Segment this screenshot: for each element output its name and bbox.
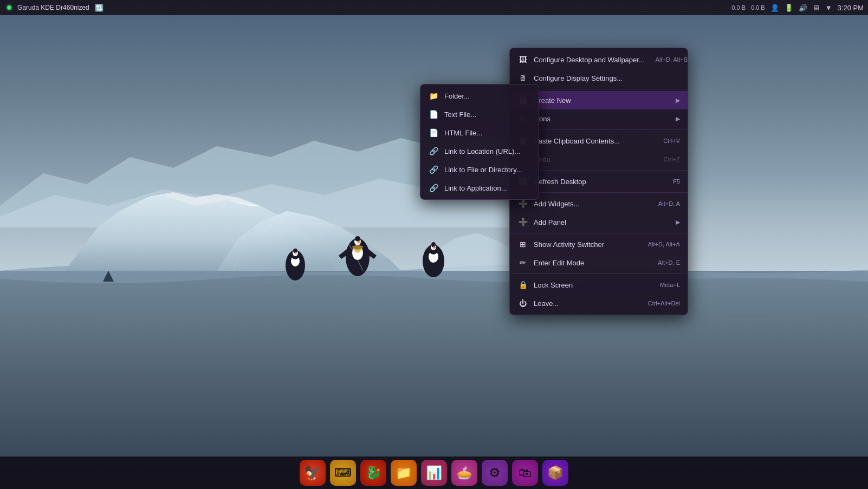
- taskbar: 🦅 ⌨ 🐉 📁 📊 🥧 ⚙ 🛍 📦: [0, 457, 868, 489]
- leave-icon: ⏻: [517, 298, 528, 309]
- link-url-label: Link to Location (URL)...: [444, 147, 531, 155]
- store-icon: 🛍: [519, 465, 532, 480]
- topbar-left: Garuda KDE Dr460nized 🔃: [4, 3, 103, 12]
- separator-5: [510, 233, 688, 233]
- paste-label: Paste Clipboard Contents...: [534, 137, 652, 145]
- edit-mode-shortcut: Alt+D, E: [658, 259, 680, 266]
- menu-item-activity-switcher[interactable]: ⊞ Show Activity Switcher Alt+D, Alt+A: [510, 235, 688, 253]
- dock-item-terminal[interactable]: ⌨: [330, 460, 356, 486]
- leave-label: Leave...: [534, 299, 637, 308]
- folder-label: Folder...: [444, 92, 531, 100]
- menu-item-leave[interactable]: ⏻ Leave... Ctrl+Alt+Del: [510, 294, 688, 312]
- link-url-icon: 🔗: [428, 146, 439, 157]
- submenu-item-link-app[interactable]: 🔗 Link to Application...: [420, 179, 539, 197]
- create-new-arrow: ▶: [676, 97, 680, 104]
- icons-arrow: ▶: [676, 115, 680, 122]
- link-file-label: Link to File or Directory...: [444, 166, 531, 174]
- activity-switcher-icon: ⊞: [517, 239, 528, 250]
- text-file-label: Text File...: [444, 110, 531, 119]
- submenu-item-text-file[interactable]: 📄 Text File...: [420, 105, 539, 123]
- menu-item-add-panel[interactable]: ➕ Add Panel ▶: [510, 213, 688, 231]
- dock-item-store[interactable]: 🛍: [512, 460, 538, 486]
- text-file-icon: 📄: [428, 109, 439, 120]
- dock-item-settings[interactable]: ⚙: [482, 460, 508, 486]
- dragon-icon: 🐉: [365, 465, 381, 480]
- monitor-icon: 📊: [426, 465, 442, 480]
- lock-screen-label: Lock Screen: [534, 281, 649, 289]
- configure-desktop-shortcut: Alt+D, Alt+S: [656, 56, 688, 63]
- add-widgets-shortcut: Alt+D, A: [658, 200, 680, 207]
- submenu-item-html-file[interactable]: 📄 HTML File...: [420, 123, 539, 142]
- icons-label: Icons: [534, 115, 673, 123]
- menu-item-edit-mode[interactable]: ✏ Enter Edit Mode Alt+D, E: [510, 253, 688, 272]
- net-download: 0.0 B: [751, 4, 765, 11]
- volume-icon: 🔊: [799, 4, 807, 12]
- net-upload: 0.0 B: [731, 4, 746, 11]
- dock-item-app[interactable]: 📦: [542, 460, 568, 486]
- configure-desktop-label: Configure Desktop and Wallpaper...: [534, 56, 645, 64]
- add-widgets-icon: ➕: [517, 198, 528, 209]
- configure-desktop-icon: 🖼: [517, 54, 528, 65]
- garuda-icon: 🦅: [304, 465, 321, 481]
- link-app-icon: 🔗: [428, 182, 439, 193]
- edit-mode-label: Enter Edit Mode: [534, 259, 647, 267]
- chevron-down-icon[interactable]: ▼: [825, 4, 832, 12]
- desktop-background: [0, 0, 868, 489]
- refresh-label: Refresh Desktop: [534, 178, 662, 186]
- add-panel-label: Add Panel: [534, 218, 673, 226]
- submenu-item-link-url[interactable]: 🔗 Link to Location (URL)...: [420, 142, 539, 160]
- app-icon: 📦: [547, 465, 563, 480]
- undo-shortcut: Ctrl+Z: [664, 156, 680, 162]
- separator-6: [510, 273, 688, 274]
- lock-screen-icon: 🔒: [517, 279, 528, 290]
- refresh-shortcut: F5: [673, 178, 680, 185]
- update-indicator: 🔃: [95, 4, 103, 12]
- user-icon: 👤: [770, 4, 779, 12]
- pie-icon: 🥧: [456, 465, 472, 480]
- submenu-item-link-file[interactable]: 🔗 Link to File or Directory...: [420, 160, 539, 179]
- terminal-icon: ⌨: [334, 466, 352, 480]
- link-app-label: Link to Application...: [444, 184, 531, 192]
- configure-display-label: Configure Display Settings...: [534, 74, 680, 82]
- folder-icon: 📁: [428, 90, 439, 101]
- submenu-create-new: 📁 Folder... 📄 Text File... 📄 HTML File..…: [420, 84, 539, 200]
- html-file-icon: 📄: [428, 127, 439, 138]
- leave-shortcut: Ctrl+Alt+Del: [648, 300, 680, 307]
- configure-display-icon: 🖥: [517, 73, 528, 83]
- display-icon: 🖥: [813, 4, 820, 12]
- add-widgets-label: Add Widgets...: [534, 200, 647, 208]
- menu-item-configure-desktop[interactable]: 🖼 Configure Desktop and Wallpaper... Alt…: [510, 50, 688, 69]
- app-title: Garuda KDE Dr460nized: [17, 4, 89, 11]
- settings-icon: ⚙: [489, 465, 501, 480]
- submenu-item-folder[interactable]: 📁 Folder...: [420, 87, 539, 105]
- undo-label: Undo: [534, 155, 653, 164]
- dock-item-monitor[interactable]: 📊: [421, 460, 447, 486]
- topbar: Garuda KDE Dr460nized 🔃 0.0 B 0.0 B 👤 🔋 …: [0, 0, 868, 15]
- dock-item-dragon[interactable]: 🐉: [360, 460, 386, 486]
- lock-screen-shortcut: Meta+L: [660, 282, 680, 288]
- activity-switcher-shortcut: Alt+D, Alt+A: [648, 241, 680, 247]
- dock-item-pie[interactable]: 🥧: [451, 460, 477, 486]
- html-file-label: HTML File...: [444, 129, 531, 137]
- garuda-dot: [7, 5, 11, 10]
- add-panel-icon: ➕: [517, 217, 528, 227]
- files-icon: 📁: [396, 465, 412, 480]
- link-file-icon: 🔗: [428, 164, 439, 175]
- clock: 3:20 PM: [838, 4, 864, 12]
- menu-item-lock-screen[interactable]: 🔒 Lock Screen Meta+L: [510, 276, 688, 294]
- topbar-right: 0.0 B 0.0 B 👤 🔋 🔊 🖥 ▼ 3:20 PM: [731, 4, 864, 12]
- battery-icon: 🔋: [785, 4, 793, 12]
- garuda-logo: [4, 3, 14, 12]
- activity-switcher-label: Show Activity Switcher: [534, 240, 637, 249]
- create-new-label: Create New: [534, 96, 673, 105]
- dock-item-files[interactable]: 📁: [391, 460, 417, 486]
- paste-shortcut: Ctrl+V: [663, 138, 680, 144]
- edit-mode-icon: ✏: [517, 257, 528, 268]
- dock-item-garuda[interactable]: 🦅: [300, 460, 326, 486]
- add-panel-arrow: ▶: [676, 219, 680, 226]
